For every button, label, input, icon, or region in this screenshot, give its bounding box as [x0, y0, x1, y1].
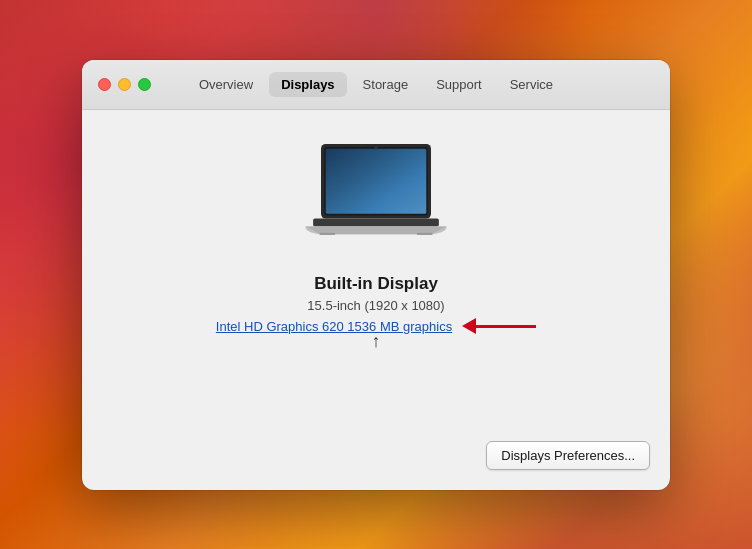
svg-rect-4: [313, 219, 439, 227]
svg-rect-6: [417, 233, 433, 235]
svg-rect-2: [326, 149, 427, 214]
traffic-lights: [98, 78, 151, 91]
tab-displays[interactable]: Displays: [269, 72, 346, 97]
display-info: Built-in Display 15.5-inch (1920 x 1080)…: [216, 274, 536, 334]
tab-overview[interactable]: Overview: [187, 72, 265, 97]
red-arrow: [462, 318, 536, 334]
content-area: Built-in Display 15.5-inch (1920 x 1080)…: [82, 110, 670, 490]
arrow-head: [462, 318, 476, 334]
display-title: Built-in Display: [216, 274, 536, 294]
svg-rect-5: [319, 233, 335, 235]
display-size: 15.5-inch (1920 x 1080): [216, 298, 536, 313]
displays-preferences-button[interactable]: Displays Preferences...: [486, 441, 650, 470]
svg-point-3: [374, 146, 377, 149]
laptop-illustration: [296, 140, 456, 254]
tab-storage[interactable]: Storage: [351, 72, 421, 97]
arrow-line: [476, 325, 536, 328]
display-graphics-link[interactable]: Intel HD Graphics 620 1536 MB graphics: [216, 319, 452, 334]
maximize-button[interactable]: [138, 78, 151, 91]
bottom-bar: Displays Preferences...: [486, 441, 650, 470]
tab-service[interactable]: Service: [498, 72, 565, 97]
tab-support[interactable]: Support: [424, 72, 494, 97]
tab-bar: Overview Displays Storage Support Servic…: [98, 72, 654, 97]
minimize-button[interactable]: [118, 78, 131, 91]
titlebar: Overview Displays Storage Support Servic…: [82, 60, 670, 110]
close-button[interactable]: [98, 78, 111, 91]
mouse-cursor: ↑: [371, 331, 380, 352]
system-info-window: Overview Displays Storage Support Servic…: [82, 60, 670, 490]
